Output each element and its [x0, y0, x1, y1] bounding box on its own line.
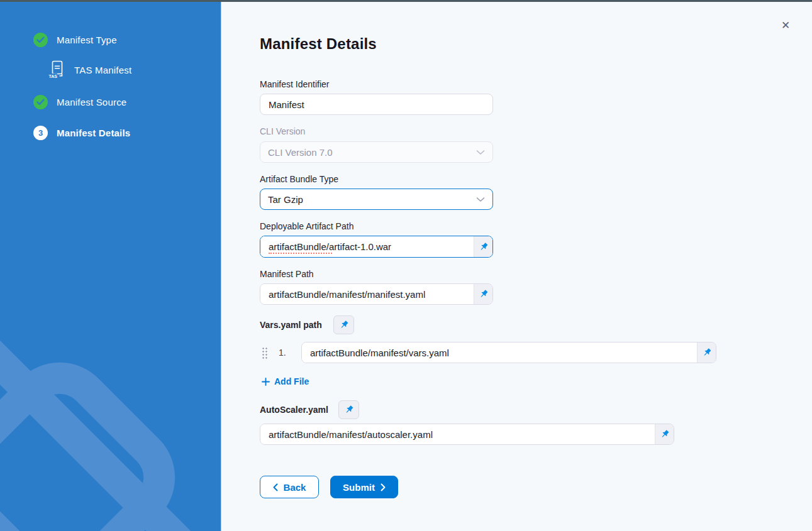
step-label: Manifest Type [57, 35, 117, 45]
cli-version-select: CLI Version 7.0 [260, 141, 493, 163]
vars-row-index: 1. [279, 348, 286, 358]
svg-text:TAS: TAS [49, 74, 58, 79]
step-number-badge: 3 [33, 126, 48, 140]
artifact-bundle-type-value: Tar Gzip [268, 194, 303, 205]
artifact-bundle-type-select[interactable]: Tar Gzip [260, 189, 493, 210]
vars-path-group [301, 342, 716, 363]
add-file-label: Add File [274, 376, 309, 386]
manifest-identifier-input[interactable] [260, 94, 493, 115]
cli-version-value: CLI Version 7.0 [268, 147, 333, 158]
deployable-artifact-path-label: Deployable Artifact Path [260, 221, 353, 231]
wizard-step-manifest-source[interactable]: Manifest Source [33, 95, 126, 109]
autoscaler-yaml-label: AutoScaler.yaml [260, 405, 328, 415]
autoscaler-path-group [260, 424, 674, 445]
manifest-path-label: Manifest Path [260, 269, 314, 279]
pin-icon [343, 404, 355, 415]
wizard-step-manifest-type[interactable]: Manifest Type [33, 33, 117, 47]
autoscaler-path-input[interactable] [260, 424, 655, 444]
cli-version-label: CLI Version [260, 126, 305, 136]
window-top-edge [0, 0, 812, 2]
pin-icon[interactable] [474, 284, 492, 304]
back-button[interactable]: Back [260, 476, 319, 498]
step-complete-check-icon [33, 95, 48, 109]
wizard-sidebar: Manifest Type TAS TAS Manifest Manifest … [0, 2, 221, 531]
vars-pin-button[interactable] [333, 315, 354, 334]
vars-yaml-path-label: Vars.yaml path [260, 320, 322, 330]
chevron-right-icon [381, 483, 386, 491]
wizard-substep-tas-manifest[interactable]: TAS TAS Manifest [48, 60, 131, 79]
manifest-details-panel: ✕ Manifest Details Manifest Identifier C… [222, 2, 812, 531]
back-label: Back [284, 482, 306, 493]
submit-button[interactable]: Submit [330, 476, 398, 498]
pin-icon [338, 319, 350, 331]
deployable-artifact-path-group [260, 236, 493, 258]
autoscaler-pin-button[interactable] [338, 400, 359, 419]
pin-icon[interactable] [474, 236, 492, 257]
chevron-left-icon [273, 483, 278, 491]
wizard-step-manifest-details[interactable]: 3 Manifest Details [33, 126, 130, 140]
pin-icon[interactable] [655, 424, 674, 444]
tas-manifest-icon: TAS [48, 60, 65, 79]
plus-icon [262, 378, 270, 386]
deployable-artifact-path-input[interactable] [260, 236, 474, 257]
submit-label: Submit [343, 482, 375, 493]
page-title: Manifest Details [260, 35, 377, 53]
drag-handle[interactable] [262, 347, 268, 359]
step-complete-check-icon [33, 33, 48, 47]
manifest-identifier-label: Manifest Identifier [260, 79, 330, 89]
manifest-path-group [260, 283, 493, 305]
substep-label: TAS Manifest [74, 65, 131, 75]
add-file-button[interactable]: Add File [262, 376, 309, 386]
harness-logo-watermark [0, 2, 221, 531]
chevron-down-icon [476, 150, 485, 155]
vars-path-input[interactable] [302, 342, 697, 363]
pin-icon[interactable] [697, 342, 716, 363]
chevron-down-icon [476, 197, 485, 202]
step-label: Manifest Details [57, 128, 130, 138]
close-icon[interactable]: ✕ [778, 18, 793, 33]
artifact-bundle-type-label: Artifact Bundle Type [260, 174, 338, 184]
manifest-path-input[interactable] [260, 284, 474, 304]
step-label: Manifest Source [57, 97, 126, 107]
